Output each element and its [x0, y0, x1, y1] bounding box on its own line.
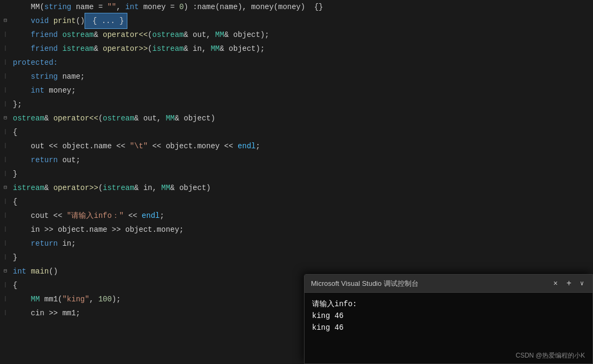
- token-str: "\t": [130, 139, 148, 153]
- line-content: out << object.name << "\t" << object.mon…: [11, 139, 260, 153]
- fold-icon: |: [0, 70, 11, 84]
- token-plain: & in,: [184, 42, 210, 56]
- token-plain: cout <<: [13, 209, 67, 223]
- token-type: MM: [161, 181, 170, 195]
- code-line: ⊟ void print() { ... }: [0, 14, 593, 28]
- code-line: | in >> object.name >> object.money;: [0, 223, 593, 237]
- terminal-new-tab-button[interactable]: +: [564, 278, 574, 290]
- token-plain: &: [94, 28, 103, 42]
- token-plain: [58, 42, 62, 56]
- token-plain: money =: [139, 0, 179, 14]
- fold-icon[interactable]: ⊟: [0, 111, 11, 125]
- token-type: MM: [211, 42, 220, 56]
- terminal-chevron-button[interactable]: ∨: [578, 278, 586, 289]
- fold-icon: |: [0, 56, 11, 70]
- fold-icon[interactable]: ⊟: [0, 14, 11, 28]
- fold-icon: |: [0, 167, 11, 181]
- token-type: istream: [13, 181, 44, 195]
- token-fn: operator<<: [103, 28, 148, 42]
- line-content: ostream& operator<<(ostream& out, MM& ob…: [11, 111, 215, 125]
- code-line: | friend ostream& operator<<(ostream& ou…: [0, 28, 593, 42]
- line-content: }: [11, 251, 17, 264]
- line-content: return in;: [11, 237, 76, 251]
- token-plain: MM(: [13, 0, 44, 14]
- token-plain: {: [13, 278, 17, 292]
- code-line: |protected:: [0, 56, 593, 70]
- token-plain: ;: [159, 209, 164, 223]
- token-plain: & object);: [220, 42, 265, 56]
- token-plain: &: [94, 42, 103, 56]
- fold-icon[interactable]: ⊟: [0, 264, 11, 278]
- line-content: {: [11, 125, 17, 139]
- line-content: friend istream& operator>>(istream& in, …: [11, 42, 265, 56]
- token-type: ostream: [103, 111, 134, 125]
- token-plain: name;: [58, 70, 85, 84]
- line-content: friend ostream& operator<<(ostream& out,…: [11, 28, 269, 42]
- token-plain: ;: [256, 139, 260, 153]
- token-fn: operator>>: [103, 42, 148, 56]
- line-content: void print() { ... }: [11, 13, 127, 29]
- token-str: "king": [62, 292, 89, 306]
- terminal-title: Microsoft Visual Studio 调试控制台: [311, 279, 419, 289]
- line-content: return out;: [11, 153, 80, 167]
- line-content: {: [11, 278, 17, 292]
- token-plain: &: [44, 181, 54, 195]
- token-kw: void: [31, 14, 49, 28]
- token-plain: [58, 28, 62, 42]
- token-plain: ,: [116, 0, 125, 14]
- code-line: | return out;: [0, 153, 593, 167]
- fold-icon: |: [0, 223, 11, 237]
- line-content: cout << "请输入info：" << endl;: [11, 209, 164, 223]
- token-plain: {: [13, 125, 17, 139]
- token-macro: endl: [238, 139, 256, 153]
- token-type: MM: [31, 292, 40, 306]
- token-type: istream: [62, 42, 94, 56]
- token-plain: out << object.name <<: [13, 139, 130, 153]
- token-kw: return: [31, 153, 58, 167]
- code-line: | friend istream& operator>>(istream& in…: [0, 42, 593, 56]
- fold-icon: |: [0, 209, 11, 223]
- token-plain: & out,: [134, 111, 166, 125]
- token-plain: };: [13, 97, 22, 111]
- fold-icon: |: [0, 42, 11, 56]
- code-line: |}: [0, 167, 593, 181]
- code-line: | return in;: [0, 237, 593, 251]
- line-content: protected:: [11, 56, 58, 70]
- token-plain: {: [13, 195, 17, 209]
- token-type: istream: [103, 181, 134, 195]
- terminal-output-line-1: 请输入info:: [312, 298, 585, 310]
- token-kw: int: [13, 264, 26, 278]
- token-plain: );: [112, 292, 121, 306]
- watermark: CSDN @热爱编程的小K: [515, 351, 585, 360]
- token-plain: in >> object.name >> object.money;: [13, 223, 184, 237]
- token-plain: mm1(: [40, 292, 62, 306]
- terminal-titlebar: Microsoft Visual Studio 调试控制台 × + ∨: [305, 275, 592, 293]
- token-type: MM: [215, 28, 224, 42]
- token-plain: [13, 84, 31, 97]
- token-num: 100: [98, 292, 112, 306]
- line-content: istream& operator>>(istream& in, MM& obj…: [11, 181, 211, 195]
- token-type: ostream: [152, 28, 184, 42]
- fold-icon: |: [0, 153, 11, 167]
- token-str: "请输入info：": [67, 209, 124, 223]
- fold-icon: |: [0, 28, 11, 42]
- fold-icon: |: [0, 195, 11, 209]
- code-line: MM(string name = "", int money = 0) :nam…: [0, 0, 593, 14]
- token-type: ostream: [62, 28, 94, 42]
- token-plain: in;: [58, 237, 76, 251]
- code-line: | int money;: [0, 84, 593, 97]
- token-plain: [13, 28, 31, 42]
- fold-icon: |: [0, 139, 11, 153]
- token-type: ostream: [13, 111, 44, 125]
- token-plain: &: [44, 111, 54, 125]
- fold-icon[interactable]: ⊟: [0, 181, 11, 195]
- token-kw: protected:: [13, 56, 58, 70]
- token-plain: money;: [44, 84, 76, 97]
- code-lines: MM(string name = "", int money = 0) :nam…: [0, 0, 593, 320]
- token-plain: & in,: [134, 181, 161, 195]
- line-content: int money;: [11, 84, 76, 97]
- token-plain: [13, 292, 31, 306]
- code-line: |}: [0, 251, 593, 264]
- fold-icon: |: [0, 97, 11, 111]
- terminal-close-button[interactable]: ×: [551, 278, 560, 289]
